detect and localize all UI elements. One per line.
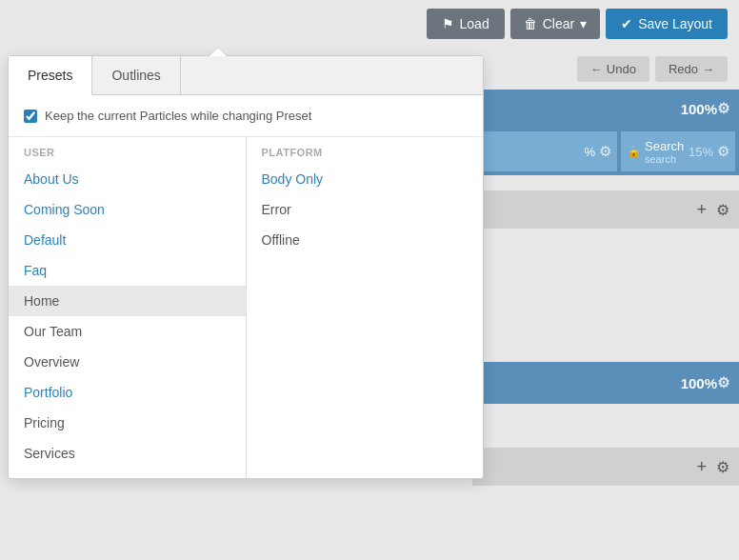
- user-column: USER About Us Coming Soon Default Faq Ho…: [9, 137, 246, 478]
- list-item-home[interactable]: Home: [9, 286, 246, 316]
- panel1-percent: 100%: [681, 101, 717, 117]
- panel3-plus-icon[interactable]: +: [696, 200, 707, 220]
- list-item[interactable]: Default: [9, 225, 246, 255]
- top-toolbar: ⚑ Load 🗑 Clear ▾ ✔ Save Layout: [0, 0, 739, 48]
- panel2-left: % ⚙: [476, 131, 617, 171]
- secondary-toolbar: ← Undo Redo →: [453, 48, 739, 90]
- list-item-offline[interactable]: Offline: [247, 225, 484, 255]
- user-column-header: USER: [9, 137, 246, 164]
- keep-particles-checkbox[interactable]: [24, 110, 37, 123]
- undo-arrow-icon: ←: [590, 62, 603, 76]
- checkbox-label: Keep the current Particles while changin…: [45, 109, 311, 123]
- panel2-percent-right: 15%: [689, 145, 713, 159]
- load-icon: ⚑: [442, 16, 454, 31]
- list-item[interactable]: Our Team: [9, 316, 246, 347]
- list-item[interactable]: Faq: [9, 255, 246, 286]
- list-item[interactable]: Coming Soon: [9, 194, 246, 225]
- panel3-gear-icon[interactable]: ⚙: [716, 201, 729, 219]
- trash-icon: 🗑: [524, 16, 537, 31]
- list-item[interactable]: About Us: [9, 164, 246, 194]
- save-layout-button[interactable]: ✔ Save Layout: [606, 9, 728, 39]
- clear-label: Clear: [543, 16, 574, 31]
- panel-5: + ⚙: [472, 448, 739, 486]
- check-icon: ✔: [621, 16, 632, 31]
- panel5-gear-icon[interactable]: ⚙: [716, 458, 729, 476]
- redo-label: Redo: [669, 62, 698, 76]
- platform-column: PLATFORM Body Only Error Offline: [247, 137, 484, 478]
- panel2-right-gear-icon[interactable]: ⚙: [717, 143, 729, 160]
- list-item[interactable]: Services: [9, 438, 246, 469]
- list-item[interactable]: Portfolio: [9, 377, 246, 408]
- panel-4: 100% ⚙: [472, 362, 739, 404]
- save-layout-label: Save Layout: [638, 16, 712, 31]
- list-item-body-only[interactable]: Body Only: [247, 164, 484, 194]
- undo-button[interactable]: ← Undo: [577, 56, 649, 82]
- search-sub-label: search: [645, 153, 684, 165]
- content-area: USER About Us Coming Soon Default Faq Ho…: [9, 137, 483, 478]
- panel-2: % ⚙ 🔒 Search search 15% ⚙: [472, 128, 739, 175]
- list-item[interactable]: Pricing: [9, 408, 246, 438]
- tab-presets[interactable]: Presets: [9, 56, 92, 95]
- panel-3: + ⚙: [472, 190, 739, 229]
- list-item-error[interactable]: Error: [247, 194, 484, 225]
- redo-arrow-icon: →: [702, 62, 714, 76]
- search-label: Search: [645, 139, 684, 153]
- platform-column-header: PLATFORM: [247, 137, 484, 164]
- lock-icon: 🔒: [627, 145, 641, 158]
- chevron-down-icon: ▾: [580, 16, 587, 31]
- panel4-percent: 100%: [681, 375, 717, 391]
- panel1-gear-icon[interactable]: ⚙: [717, 100, 729, 117]
- redo-button[interactable]: Redo →: [655, 56, 728, 82]
- tab-outlines[interactable]: Outlines: [92, 56, 180, 94]
- tabs: Presets Outlines: [9, 56, 483, 95]
- panel5-plus-icon[interactable]: +: [696, 457, 707, 477]
- load-label: Load: [460, 16, 489, 31]
- panel2-percent: %: [584, 145, 595, 159]
- panel2-left-gear-icon[interactable]: ⚙: [599, 143, 611, 160]
- load-button[interactable]: ⚑ Load: [427, 9, 505, 39]
- undo-label: Undo: [607, 62, 636, 76]
- dropdown-panel: Presets Outlines Keep the current Partic…: [8, 55, 484, 479]
- list-item[interactable]: Overview: [9, 347, 246, 377]
- checkbox-row: Keep the current Particles while changin…: [9, 95, 483, 137]
- panel2-right: 🔒 Search search 15% ⚙: [621, 131, 735, 171]
- panel4-gear-icon[interactable]: ⚙: [717, 374, 729, 391]
- panel-1: 100% ⚙: [472, 90, 739, 128]
- clear-button[interactable]: 🗑 Clear ▾: [510, 9, 600, 39]
